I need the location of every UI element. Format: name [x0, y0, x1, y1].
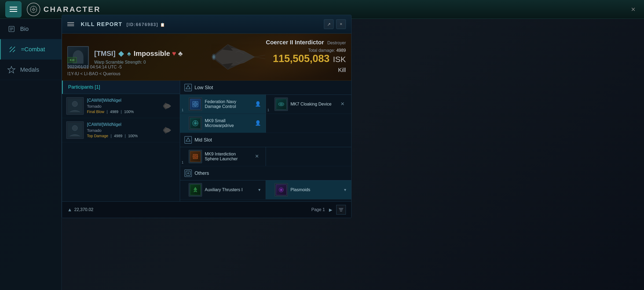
eq-count-interdiction: 1	[182, 161, 184, 164]
interdiction-icon-box	[190, 151, 201, 162]
eq-item-mk9-mwd[interactable]: MK9 SmallMicrowarpdrive 👤	[180, 114, 266, 133]
avatar-inner-2	[68, 123, 82, 137]
participant-avatar-2	[66, 121, 84, 139]
menu-button[interactable]	[5, 1, 21, 17]
low-slot-header: Low Slot	[180, 81, 351, 95]
footer-left: ▲ 22,370.02	[67, 207, 93, 213]
low-slot-section: Low Slot 1	[180, 81, 351, 133]
mk9-mwd-name: MK9 SmallMicrowarpdrive	[205, 118, 252, 128]
export-button[interactable]: ↗	[324, 19, 334, 29]
participant-ship-2: Tornado	[87, 128, 158, 133]
person-icon-1: 👤	[255, 101, 261, 107]
fed-navy-name: Federation NavyDamage Control	[205, 99, 252, 109]
participant-row-2[interactable]: [CAWW]WildNigel Tornado Top Damage | 498…	[62, 118, 180, 142]
nav-logo: CHARACTER	[27, 3, 101, 16]
modal-menu-icon[interactable]	[67, 20, 77, 29]
aux-thrusters-icon	[189, 183, 202, 197]
close-app-button[interactable]: ×	[628, 4, 639, 15]
sidebar-item-medals[interactable]: Medals	[0, 60, 61, 80]
mk7-icon-box	[276, 99, 287, 110]
others-header: Others	[180, 166, 351, 180]
equipment-panel: Low Slot 1	[180, 81, 351, 201]
ship-mini-icon-2	[161, 124, 175, 136]
aux-thrusters-icon-box	[190, 184, 201, 195]
kill-result: Kill	[266, 67, 346, 74]
mid-slot-row-1: 1 MK9 InterdictionSphe	[180, 147, 351, 166]
participant-row[interactable]: [CAWW]WildNigel Tornado Final Blow | 498…	[62, 94, 180, 118]
others-section: Others Auxiliary Thru	[180, 166, 351, 200]
svg-point-13	[213, 55, 215, 59]
plasmoids-name: Plasmoids	[291, 187, 341, 192]
svg-line-14	[255, 55, 265, 57]
down-arrow-1: ▼	[258, 188, 261, 192]
kill-stats: Coercer II Interdictor Destroyer Total d…	[266, 39, 346, 74]
blow-percent-1: 100%	[124, 110, 134, 114]
right-arrow-icon[interactable]: ▶	[329, 207, 332, 212]
isk-row: 115,505,083 ISK	[266, 53, 346, 64]
total-damage-row: Total damage: 4989	[266, 48, 346, 53]
svg-line-10	[13, 50, 15, 52]
blow-damage-1: 4989	[110, 110, 118, 114]
copy-icon[interactable]: 📋	[160, 23, 165, 27]
fed-navy-icon-box	[190, 99, 201, 110]
eq-item-mk7-cloak[interactable]: 1 MK7 Cloaking Device ✕	[266, 95, 352, 114]
low-slot-icon	[184, 84, 192, 91]
participants-title: Participants [1]	[68, 84, 100, 90]
low-slot-row-1: 1	[180, 95, 351, 114]
kill-datetime: 2022/01/21 04:54:14 UTC -5	[67, 65, 122, 70]
mid-slot-icon	[184, 136, 192, 144]
svg-line-9	[10, 47, 12, 49]
modal-content: Participants [1] [CAWW]WildNigel Torna	[62, 81, 351, 201]
sidebar-item-combat[interactable]: =Combat	[0, 39, 61, 60]
others-row-1: Auxiliary Thrusters I ▼	[180, 180, 351, 200]
svg-line-8	[10, 47, 15, 52]
participant-avatar-1	[66, 97, 84, 115]
sidebar-item-bio[interactable]: Bio	[0, 19, 61, 39]
ship-silhouette	[201, 36, 276, 78]
svg-rect-37	[194, 155, 196, 158]
sidebar-bio-label: Bio	[20, 26, 29, 32]
avatar-inner-1	[68, 99, 82, 113]
participant-name-2: [CAWW]WildNigel	[87, 122, 158, 127]
others-title: Others	[195, 171, 209, 176]
hamburger-icon	[10, 7, 17, 12]
modal-id: [ID:6676983]	[127, 22, 158, 27]
mk9-mwd-icon	[189, 117, 202, 130]
plasmoids-icon	[275, 183, 288, 197]
eq-item-fed-navy-dc[interactable]: 1	[180, 95, 266, 114]
fed-navy-icon	[189, 97, 202, 111]
kill-location: I1Y-IU < LI-BAO < Querious	[67, 71, 120, 76]
eq-item-plasmoids[interactable]: Plasmoids ▼	[266, 180, 352, 199]
eq-empty-right	[266, 114, 352, 133]
modal-close-button[interactable]: ×	[336, 19, 346, 29]
close-icon-2: ✕	[255, 153, 261, 160]
victim-club: ♣	[178, 49, 183, 57]
bio-icon	[7, 24, 16, 34]
svg-marker-20	[186, 85, 190, 89]
blow-percent-2: 100%	[128, 134, 138, 138]
logo-circle-icon	[27, 3, 40, 16]
modal-title: KILL REPORT [ID:6676983] 📋	[81, 21, 165, 27]
total-damage-value: 4989	[336, 48, 346, 53]
ship-name-row: Coercer II Interdictor Destroyer	[266, 39, 346, 46]
eq-item-aux-thrusters[interactable]: Auxiliary Thrusters I ▼	[180, 180, 266, 199]
mid-slot-header: Mid Slot	[180, 133, 351, 147]
modal-header-actions: ↗ ×	[324, 19, 346, 29]
eq-item-mk9-interdiction[interactable]: 1 MK9 InterdictionSphe	[180, 147, 266, 166]
victim-spade: ♠	[127, 49, 131, 57]
eq-count-1: 1	[182, 108, 184, 112]
footer-amount: 22,370.02	[74, 207, 93, 212]
participant-blow-2: Top Damage | 4989 | 100%	[87, 134, 158, 138]
plasmoids-icon-box	[276, 184, 287, 195]
svg-point-19	[72, 125, 78, 131]
aux-thrusters-name: Auxiliary Thrusters I	[205, 187, 255, 192]
footer-pagination: Page 1	[311, 207, 325, 212]
sidebar-medals-label: Medals	[20, 66, 39, 73]
participant-ship-1: Tornado	[87, 104, 158, 108]
interdiction-icon	[189, 150, 202, 163]
filter-button[interactable]	[336, 205, 346, 215]
sidebar-combat-label: =Combat	[21, 46, 45, 53]
participant-name-1: [CAWW]WildNigel	[87, 98, 158, 103]
medal-icon	[7, 65, 16, 74]
app-title: CHARACTER	[43, 5, 101, 14]
